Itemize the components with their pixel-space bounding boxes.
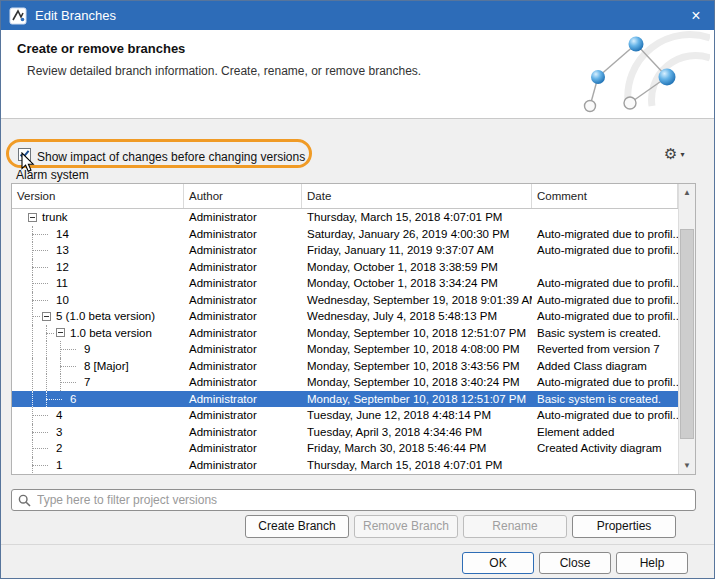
author-cell: Administrator <box>184 407 302 424</box>
dialog-title: Edit Branches <box>35 8 116 23</box>
table-row[interactable]: 1AdministratorThursday, March 15, 2018 4… <box>12 457 678 474</box>
comment-cell: Auto-migrated due to profil... <box>532 308 678 325</box>
remove-branch-button[interactable]: Remove Branch <box>354 515 458 538</box>
table-row[interactable]: trunkAdministratorThursday, March 15, 20… <box>12 209 678 226</box>
version-cell: 1 <box>12 457 184 474</box>
author-cell: Administrator <box>184 259 302 276</box>
comment-cell: Element added <box>532 424 678 441</box>
close-icon[interactable]: × <box>678 1 714 30</box>
version-label: trunk <box>12 211 68 223</box>
scrollbar-thumb[interactable] <box>680 229 694 439</box>
version-label: 6 <box>12 393 76 405</box>
ok-button[interactable]: OK <box>462 552 534 574</box>
project-versions-group: Alarm system Version Author Date Comment… <box>11 183 696 475</box>
author-cell: Administrator <box>184 374 302 391</box>
chevron-down-icon: ▾ <box>680 150 684 159</box>
tree-collapse-icon[interactable] <box>56 328 65 337</box>
table-row[interactable]: 1.0 beta versionAdministratorMonday, Sep… <box>12 325 678 342</box>
create-branch-button[interactable]: Create Branch <box>245 515 349 538</box>
date-cell: Monday, September 10, 2018 3:43:56 PM <box>302 358 532 375</box>
author-cell: Administrator <box>184 325 302 342</box>
column-header-date[interactable]: Date <box>302 184 532 208</box>
help-button[interactable]: Help <box>616 552 688 574</box>
date-cell: Wednesday, September 19, 2018 9:01:39 AM <box>302 292 532 309</box>
comment-cell: Auto-migrated due to profil... <box>532 226 678 243</box>
date-cell: Tuesday, April 3, 2018 4:34:46 PM <box>302 424 532 441</box>
show-impact-checkbox[interactable] <box>18 148 31 161</box>
checkmark-icon <box>19 149 30 160</box>
table-row[interactable]: 4AdministratorTuesday, June 12, 2018 4:4… <box>12 407 678 424</box>
comment-cell <box>532 259 678 276</box>
table-row[interactable]: 7AdministratorMonday, September 10, 2018… <box>12 374 678 391</box>
options-menu-button[interactable]: ⚙ ▾ <box>664 145 684 163</box>
version-cell: trunk <box>12 209 184 226</box>
date-cell: Monday, September 10, 2018 4:08:00 PM <box>302 341 532 358</box>
version-cell: 11 <box>12 275 184 292</box>
dialog-header: Create or remove branches Review detaile… <box>1 30 714 119</box>
version-cell: 6 <box>12 391 184 408</box>
column-header-comment[interactable]: Comment <box>532 184 678 208</box>
table-row[interactable]: 6AdministratorMonday, September 10, 2018… <box>12 391 678 408</box>
header-subtitle: Review detailed branch information. Crea… <box>27 64 421 78</box>
tree-collapse-icon[interactable] <box>28 213 37 222</box>
author-cell: Administrator <box>184 391 302 408</box>
column-header-author[interactable]: Author <box>184 184 302 208</box>
version-cell: 4 <box>12 407 184 424</box>
scroll-down-icon[interactable]: ▼ <box>679 457 695 474</box>
table-row[interactable]: 5 (1.0 beta version)AdministratorWednesd… <box>12 308 678 325</box>
comment-cell <box>532 209 678 226</box>
close-button[interactable]: Close <box>539 552 611 574</box>
version-cell: 7 <box>12 374 184 391</box>
version-label: 1.0 beta version <box>12 327 152 339</box>
author-cell: Administrator <box>184 226 302 243</box>
date-cell: Thursday, March 15, 2018 4:07:01 PM <box>302 209 532 226</box>
comment-cell: Auto-migrated due to profil... <box>532 292 678 309</box>
titlebar[interactable]: Edit Branches × <box>1 1 714 30</box>
comment-cell: Basic system is created. <box>532 325 678 342</box>
author-cell: Administrator <box>184 440 302 457</box>
table-row[interactable]: 13AdministratorFriday, January 11, 2019 … <box>12 242 678 259</box>
show-impact-label[interactable]: Show impact of changes before changing v… <box>37 150 305 164</box>
version-cell: 3 <box>12 424 184 441</box>
table-body: trunkAdministratorThursday, March 15, 20… <box>12 209 678 474</box>
author-cell: Administrator <box>184 341 302 358</box>
properties-button[interactable]: Properties <box>572 515 676 538</box>
table-row[interactable]: 12AdministratorMonday, October 1, 2018 3… <box>12 259 678 276</box>
version-label: 5 (1.0 beta version) <box>12 310 155 322</box>
column-header-version[interactable]: Version <box>12 184 184 208</box>
version-cell: 8 [Major] <box>12 358 184 375</box>
table-row[interactable]: 9AdministratorMonday, September 10, 2018… <box>12 341 678 358</box>
rename-button[interactable]: Rename <box>463 515 567 538</box>
comment-cell: Auto-migrated due to profil... <box>532 374 678 391</box>
tree-collapse-icon[interactable] <box>42 312 51 321</box>
author-cell: Administrator <box>184 275 302 292</box>
filter-input[interactable] <box>37 493 689 507</box>
version-cell: 5 (1.0 beta version) <box>12 308 184 325</box>
table-row[interactable]: 10AdministratorWednesday, September 19, … <box>12 292 678 309</box>
comment-cell <box>532 457 678 474</box>
version-label: 7 <box>12 376 90 388</box>
comment-cell: Auto-migrated due to profil... <box>532 407 678 424</box>
date-cell: Friday, March 30, 2018 5:46:44 PM <box>302 440 532 457</box>
table-row[interactable]: 14AdministratorSaturday, January 26, 201… <box>12 226 678 243</box>
search-icon <box>18 494 31 507</box>
gear-icon: ⚙ <box>664 145 677 163</box>
header-title: Create or remove branches <box>17 41 185 56</box>
table-row[interactable]: 11AdministratorMonday, October 1, 2018 3… <box>12 275 678 292</box>
comment-cell: Created Activity diagram <box>532 440 678 457</box>
scroll-up-icon[interactable]: ▲ <box>679 184 695 201</box>
date-cell: Monday, October 1, 2018 3:38:59 PM <box>302 259 532 276</box>
version-label: 2 <box>12 442 62 454</box>
table-row[interactable]: 2AdministratorFriday, March 30, 2018 5:4… <box>12 440 678 457</box>
project-name-label: Alarm system <box>14 168 91 182</box>
table-row[interactable]: 3AdministratorTuesday, April 3, 2018 4:3… <box>12 424 678 441</box>
author-cell: Administrator <box>184 358 302 375</box>
date-cell: Wednesday, July 4, 2018 5:48:13 PM <box>302 308 532 325</box>
version-label: 8 [Major] <box>12 360 129 372</box>
table-row[interactable]: 8 [Major]AdministratorMonday, September … <box>12 358 678 375</box>
date-cell: Monday, October 1, 2018 3:34:24 PM <box>302 275 532 292</box>
version-label: 4 <box>12 409 62 421</box>
version-label: 13 <box>12 244 69 256</box>
version-cell: 2 <box>12 440 184 457</box>
vertical-scrollbar[interactable]: ▲ ▼ <box>678 184 695 474</box>
